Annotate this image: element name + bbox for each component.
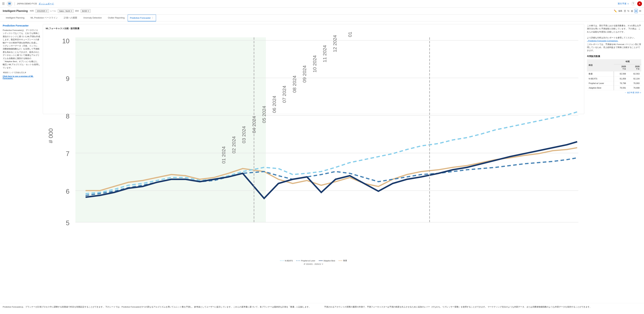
row-label-prophet: Prophet w/ Lever: [587, 81, 614, 86]
table-row-prophet: Prophet w/ Lever 76,798 76,993: [587, 81, 641, 86]
row-label-adaptive: Adaptive Best: [587, 86, 614, 90]
adaptive-legend-line: [319, 260, 323, 261]
row-val2-quantity: 82,563: [628, 71, 641, 76]
time-filter[interactable]: 3/31/2025 ∨: [36, 9, 49, 13]
tab-predictive-forecaster[interactable]: Predictive Forecaster ⋮: [128, 14, 156, 22]
bottom-section: Predictive Forecasterは、プランナーが計画プロセス中に調整す…: [0, 303, 644, 310]
chart-time-range[interactable]: ⇄ 2024/01 - 2026/12 ∨: [46, 263, 581, 265]
legend-n-beats: N-BEATS: [280, 260, 293, 262]
right-description-2: より詳細な分析は次のレポートを参照してください。: [587, 36, 641, 39]
table-footer-link[interactable]: ← 会計年度 2025 ∨: [587, 91, 641, 94]
level-filter[interactable]: Sales - North ∨: [58, 9, 74, 13]
row-val1-quantity: 82,568: [614, 71, 628, 76]
row-label-quantity: 数量: [587, 71, 614, 76]
tab-anomaly-detection[interactable]: Anomaly Detection: [80, 14, 105, 22]
refresh-icon[interactable]: ↻: [627, 10, 630, 12]
right-description-3: このレポートでは、予測値をML Forecsat バージョン別に管理しているため…: [587, 43, 641, 52]
page-title: Intelligent Planning: [3, 10, 28, 12]
col-subject: 科目: [587, 59, 614, 72]
right-description-1: この例では、実行予算における販売数量を、3つの異なる予測方法を用いた予測金額と比…: [587, 24, 641, 34]
chart-container: MLフォーキャスト比較 - 販売数量 10 9 8 7 6 5 # 000: [43, 24, 584, 114]
tab-menu-dots-icon[interactable]: ⋮: [152, 16, 154, 19]
row-val1-prophet: 76,798: [614, 81, 628, 86]
user-avatar[interactable]: A: [637, 1, 642, 6]
svg-text:W: W: [8, 2, 11, 5]
help-button[interactable]: ?: [631, 2, 635, 6]
preview-link[interactable]: Click here to see a preview of ML Foreca…: [3, 75, 40, 79]
row-val1-nbeats: 81,858: [614, 76, 628, 81]
row-val1-adaptive: 76,591: [614, 86, 628, 90]
right-panel: この例では、実行予算における販売数量を、3つの異なる予測方法を用いた予測金額と比…: [587, 24, 641, 300]
n-beats-legend-line: [280, 260, 284, 261]
left-panel: Predictive Forecaster Predective Forecas…: [3, 24, 40, 300]
nav-separator: |: [14, 2, 15, 6]
svg-text:11 2024: 11 2024: [322, 45, 327, 62]
chart-svg: 10 9 8 7 6 5 # 000: [46, 32, 581, 258]
svg-text:03 2024: 03 2024: [241, 126, 246, 144]
quantity-legend-line: [338, 260, 342, 261]
table-row-adaptive: Adaptive Best 76,591 76,688: [587, 86, 641, 90]
filter-group: 時間: 3/31/2025 ∨ レベル: Sales - North ∨ 通貨:…: [30, 9, 91, 13]
col-2026: 2026 予算: [628, 64, 641, 71]
level-label: レベル:: [50, 10, 56, 12]
video-link: ⬆動画リンクで詳細を見る⬇: [3, 71, 40, 74]
svg-text:# 000: # 000: [47, 128, 54, 143]
legend-quantity: 数量: [338, 259, 347, 262]
expand-icon[interactable]: ⊞: [631, 10, 633, 12]
tab-ml-prediction[interactable]: ML Prediction ベースライン: [28, 14, 61, 22]
prophet-legend-line: [296, 260, 300, 261]
chart-area: 10 9 8 7 6 5 # 000: [46, 32, 581, 258]
currency-label: 通貨:: [75, 10, 79, 12]
filter-icon[interactable]: ☰: [624, 10, 626, 12]
row-val2-adaptive: 76,688: [628, 86, 641, 90]
table-row-quantity: 数量 82,568 82,563: [587, 71, 641, 76]
dashboard-link[interactable]: ダッシュボード: [38, 2, 54, 5]
svg-text:08 2024: 08 2024: [292, 76, 297, 93]
svg-text:5: 5: [66, 219, 70, 226]
main-content: Predictive Forecaster Predective Forecas…: [0, 22, 644, 303]
legend-adaptive: Adaptive Best: [319, 260, 335, 262]
forecaster-description: Predective Forecasterは、データサイエンティストでなくても、…: [3, 29, 40, 69]
row-label-nbeats: N-BEATS: [587, 76, 614, 81]
page-header: Intelligent Planning 時間: 3/31/2025 ∨ レベル…: [0, 8, 644, 14]
tab-intelligent-planning[interactable]: Intelligent Planning: [3, 14, 28, 22]
tab-outlier-reporting[interactable]: Outlier Reporting: [105, 14, 128, 22]
svg-text:7: 7: [66, 150, 70, 157]
svg-text:01 2024: 01 2024: [221, 146, 226, 164]
svg-text:06 2024: 06 2024: [272, 96, 277, 113]
grid-icon[interactable]: ⊞: [634, 9, 638, 13]
row-val2-prophet: 76,993: [628, 81, 641, 86]
annual-sales-table: 科目 年間 2025 予算 2026 予算 数量 82,: [587, 59, 641, 90]
svg-text:12 2024: 12 2024: [332, 35, 338, 52]
svg-text:05 2024: 05 2024: [262, 106, 267, 123]
table-row-nbeats: N-BEATS 81,858 92,104: [587, 76, 641, 81]
hamburger-icon[interactable]: ☰: [2, 2, 5, 6]
legend-prophet: Prophet w/ Lever: [296, 260, 315, 262]
bottom-left-text: Predictive Forecasterは、プランナーが計画プロセス中に調整す…: [3, 305, 320, 308]
edit-icon[interactable]: ✏️: [614, 10, 617, 12]
budget-dropdown[interactable]: 実行予算 ∨: [618, 2, 629, 5]
workday-logo: W: [6, 1, 12, 7]
svg-text:6: 6: [66, 188, 70, 195]
tab-plan-expansion[interactable]: 計画への展開: [61, 14, 80, 22]
svg-text:10: 10: [62, 37, 70, 45]
message-icon[interactable]: ✉: [639, 10, 641, 12]
chart-column: MLフォーキャスト比較 - 販売数量 10 9 8 7 6 5 # 000: [43, 24, 584, 300]
svg-text:02 2024: 02 2024: [231, 136, 236, 154]
svg-text:01 2025: 01 2025: [348, 32, 353, 37]
svg-text:8: 8: [66, 112, 70, 120]
time-label: 時間:: [30, 10, 34, 12]
svg-text:9: 9: [66, 75, 70, 82]
chart-title: MLフォーキャスト比較 - 販売数量: [46, 27, 581, 30]
currency-filter[interactable]: $USD ∨: [81, 9, 91, 13]
svg-text:09 2024: 09 2024: [302, 65, 307, 83]
col-year-group: 年間: [614, 59, 641, 64]
comparison-link[interactable]: - Predictive Forecaster Comparison.: [587, 40, 641, 42]
nav-right-area: 実行予算 ∨ ? A: [618, 1, 642, 6]
page-actions: ✏️ 編集 ☰ ↻ ⊞ ⊞ ✉: [614, 9, 641, 13]
company-name: JAPAN DEMO FY25: [17, 2, 37, 5]
col-2025: 2025 予算: [614, 64, 628, 71]
chart-legend: N-BEATS Prophet w/ Lever Adaptive Best 数…: [46, 259, 581, 262]
edit-label[interactable]: 編集: [618, 10, 622, 12]
svg-text:10 2024: 10 2024: [312, 55, 317, 73]
